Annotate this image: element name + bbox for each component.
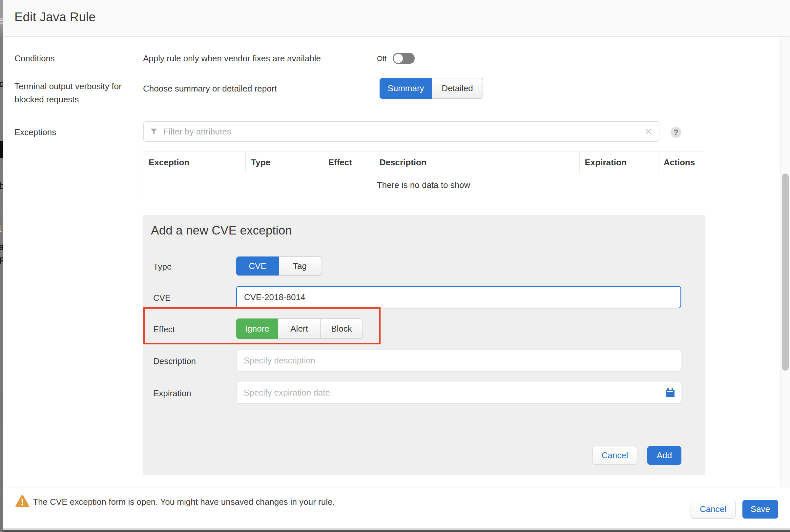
column-header-expiration: Expiration — [579, 152, 658, 173]
table-header-row: Exception Type Effect Description Expira… — [143, 152, 704, 173]
dialog-body: Conditions Apply rule only when vendor f… — [3, 37, 790, 487]
exceptions-table: Exception Type Effect Description Expira… — [143, 152, 704, 197]
description-input[interactable] — [236, 350, 681, 371]
column-header-effect: Effect — [323, 152, 374, 173]
vendor-fixes-toggle[interactable] — [393, 53, 415, 64]
clear-filter-icon[interactable]: × — [644, 126, 653, 137]
background-text-fragment: Ru — [0, 255, 3, 266]
conditions-description: Apply rule only when vendor fixes are av… — [143, 54, 321, 64]
calendar-icon-part — [667, 391, 673, 392]
type-tag-button[interactable]: Tag — [279, 256, 321, 276]
summary-option-button[interactable]: Summary — [380, 78, 432, 99]
report-mode-switch: Summary Detailed — [380, 78, 483, 99]
background-text-fragment: c — [0, 78, 3, 89]
expiration-input[interactable] — [236, 382, 681, 403]
effect-switch: Ignore Alert Block — [236, 319, 363, 339]
vertical-scrollbar[interactable] — [780, 37, 790, 487]
background-text-fragment: t — [0, 223, 1, 234]
verbosity-label: Terminal output verbosity for blocked re… — [15, 80, 123, 106]
effect-label: Effect — [153, 324, 175, 335]
dialog-footer: The CVE exception form is open. You migh… — [3, 487, 790, 528]
background-page-edge: e c b t a Ru — [0, 0, 3, 532]
cve-input[interactable] — [236, 286, 681, 308]
footer-save-button[interactable]: Save — [742, 500, 778, 518]
cve-label: CVE — [153, 293, 171, 303]
column-header-actions: Actions — [658, 152, 704, 173]
panel-title: Add a new CVE exception — [151, 224, 292, 238]
column-header-exception: Exception — [143, 152, 246, 173]
type-cve-button[interactable]: CVE — [236, 256, 279, 276]
filter-input[interactable] — [163, 127, 644, 137]
footer-cancel-button[interactable]: Cancel — [691, 500, 736, 518]
scrollbar-thumb[interactable] — [782, 173, 789, 370]
dialog-header: Edit Java Rule — [3, 0, 790, 37]
column-header-type: Type — [246, 152, 323, 173]
verbosity-description: Choose summary or detailed report — [143, 84, 277, 94]
toggle-knob — [394, 54, 403, 63]
panel-cancel-button[interactable]: Cancel — [592, 446, 637, 465]
type-label: Type — [153, 262, 172, 272]
exceptions-filter: × — [143, 121, 659, 142]
background-highlight-fragment — [0, 141, 3, 158]
filter-funnel-icon — [150, 127, 158, 136]
toggle-state-label: Off — [377, 54, 387, 63]
background-text-fragment: b — [0, 180, 3, 192]
unsaved-changes-message: The CVE exception form is open. You migh… — [33, 497, 335, 507]
detailed-option-button[interactable]: Detailed — [432, 78, 483, 99]
column-header-description: Description — [374, 152, 579, 173]
expiration-label: Expiration — [153, 388, 191, 399]
calendar-icon-part — [666, 390, 675, 397]
dialog-title: Edit Java Rule — [15, 10, 96, 24]
empty-table-message: There is no data to show — [143, 173, 704, 197]
background-text-fragment: e — [0, 15, 3, 26]
warning-icon — [15, 495, 30, 508]
edit-java-rule-dialog: Edit Java Rule Conditions Apply rule onl… — [3, 0, 790, 532]
effect-ignore-button[interactable]: Ignore — [236, 319, 278, 339]
effect-block-button[interactable]: Block — [321, 319, 363, 339]
background-bottom-bar — [3, 530, 790, 532]
background-text-fragment: a — [0, 241, 3, 252]
type-switch: CVE Tag — [236, 256, 321, 276]
calendar-icon[interactable] — [666, 388, 675, 397]
description-label: Description — [153, 356, 196, 366]
exceptions-label: Exceptions — [15, 127, 56, 137]
conditions-label: Conditions — [15, 54, 55, 64]
help-icon[interactable]: ? — [671, 127, 681, 138]
panel-add-button[interactable]: Add — [647, 446, 681, 465]
effect-alert-button[interactable]: Alert — [278, 319, 321, 339]
add-cve-exception-panel: Add a new CVE exception Type CVE Tag CVE… — [143, 215, 705, 475]
empty-table-row: There is no data to show — [143, 173, 704, 197]
